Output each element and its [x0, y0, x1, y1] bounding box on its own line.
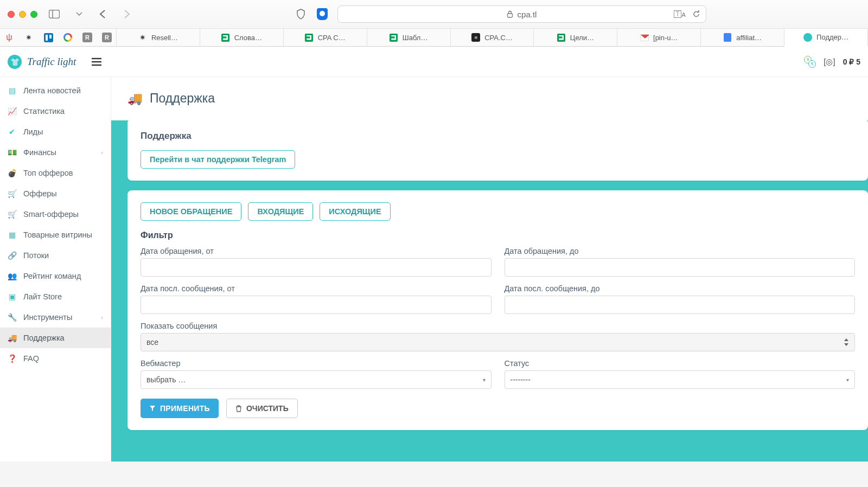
field-date-to: Дата обращения, до: [505, 247, 856, 277]
maximize-window-icon[interactable]: [30, 11, 37, 18]
tab-celi[interactable]: Цели…: [534, 29, 617, 46]
tab-pin-u[interactable]: [pin-u…: [617, 29, 701, 46]
input-date-to[interactable]: [505, 258, 856, 277]
sidebar-item-leads[interactable]: ✔Лиды: [0, 121, 111, 142]
tab-affiliat[interactable]: affiliat…: [701, 29, 784, 46]
trash-icon: [235, 405, 242, 412]
apply-button[interactable]: ПРИМЕНИТЬ: [141, 399, 219, 418]
url-text: cpa.tl: [518, 10, 537, 19]
tab-cpa-c[interactable]: CPA С…: [284, 29, 367, 46]
input-last-msg-to[interactable]: [505, 296, 856, 314]
tab-bar: ψ ✷ R R ✷Resell… Слова… CPA С… Шабл… ≋CP…: [0, 28, 868, 46]
support-telegram-panel: Поддержка Перейти в чат поддержки Telegr…: [127, 119, 868, 181]
new-ticket-button[interactable]: НОВОЕ ОБРАЩЕНИЕ: [141, 202, 241, 221]
pinned-tabs: ψ ✷ R R: [0, 29, 117, 46]
sidebar-item-tools[interactable]: 🔧Инструменты›: [0, 307, 111, 328]
wrench-icon: 🔧: [8, 313, 16, 322]
input-date-from[interactable]: [141, 258, 492, 277]
brand-name: Traffic light: [27, 56, 76, 68]
support-filter-panel: НОВОЕ ОБРАЩЕНИЕ ВХОДЯЩИЕ ИСХОДЯЩИЕ Фильт…: [127, 190, 868, 430]
chevron-right-icon: ›: [101, 149, 103, 156]
minimize-window-icon[interactable]: [19, 11, 26, 18]
grid-icon: ▦: [8, 230, 16, 239]
label-webmaster: Вебмастер: [141, 359, 492, 368]
select-status[interactable]: -------- ▾: [505, 370, 856, 389]
address-bar[interactable]: cpa.tl 🅃ᴀ: [337, 5, 706, 23]
select-webmaster[interactable]: выбрать … ▾: [141, 370, 492, 389]
sidebar-item-offers[interactable]: 🛒Офферы: [0, 183, 111, 204]
bomb-icon: 💣: [8, 169, 16, 177]
sidebar-item-teams[interactable]: 👥Рейтинг команд: [0, 266, 111, 286]
pinned-tab-4-icon[interactable]: [63, 33, 73, 42]
support-card-title: Поддержка: [141, 131, 855, 142]
sidebar-item-news[interactable]: ▤Лента новостей: [0, 80, 111, 101]
truck-icon: 🚚: [127, 92, 142, 106]
sidebar-item-smart-offers[interactable]: 🛒Smart-офферы: [0, 204, 111, 225]
lock-icon: [507, 10, 513, 18]
sidebar-item-stats[interactable]: 📈Статистика: [0, 101, 111, 121]
filter-heading: Фильтр: [141, 230, 855, 240]
sidebar-item-support[interactable]: 🚚Поддержка: [0, 328, 111, 348]
chevron-down-icon[interactable]: [73, 9, 85, 20]
outbox-button[interactable]: ИСХОДЯЩИЕ: [320, 202, 390, 221]
store-icon: ▣: [8, 292, 16, 301]
input-last-msg-from[interactable]: [141, 296, 492, 314]
field-date-from: Дата обращения, от: [141, 247, 492, 277]
sidebar-item-showcases[interactable]: ▦Товарные витрины: [0, 225, 111, 245]
sidebar-toggle-icon[interactable]: [48, 9, 60, 20]
sidebar-item-store[interactable]: ▣Лайт Store: [0, 286, 111, 307]
question-icon: ❓: [8, 354, 16, 363]
field-status: Статус -------- ▾: [505, 359, 856, 389]
check-icon: ✔: [8, 127, 16, 136]
sidebar-item-top-offers[interactable]: 💣Топ офферов: [0, 163, 111, 183]
field-last-msg-from: Дата посл. сообщения, от: [141, 284, 492, 314]
chevron-right-icon: ›: [101, 314, 103, 321]
svg-rect-2: [507, 14, 512, 17]
tab-cpa-dark[interactable]: ≋CPA.С…: [451, 29, 534, 46]
app-header: 👕 Traffic light $€ [◎] 0 ₽ 5: [0, 47, 868, 77]
clear-button[interactable]: ОЧИСТИТЬ: [226, 399, 298, 418]
brand-logo-icon[interactable]: 👕: [8, 55, 22, 69]
menu-toggle-icon[interactable]: [91, 57, 102, 66]
back-icon[interactable]: [96, 9, 108, 20]
label-show-messages: Показать сообщения: [141, 322, 855, 330]
svg-rect-0: [49, 10, 60, 18]
tab-podderzhka[interactable]: Поддер…: [784, 29, 868, 47]
reload-icon[interactable]: [692, 10, 700, 18]
users-icon: 👥: [8, 272, 16, 280]
main-content: 🚚 Поддержка Поддержка Перейти в чат подд…: [111, 77, 868, 462]
pinned-tab-1-icon[interactable]: ψ: [4, 33, 14, 42]
pinned-tab-2-icon[interactable]: ✷: [24, 33, 34, 42]
tab-resell[interactable]: ✷Resell…: [117, 29, 200, 46]
select-show-messages[interactable]: все: [141, 333, 855, 351]
cart-icon: 🛒: [8, 189, 16, 198]
pinned-tab-6-icon[interactable]: R: [102, 33, 112, 42]
wallet-icon: [◎]: [824, 57, 835, 67]
sidebar-item-faq[interactable]: ❓FAQ: [0, 348, 111, 369]
close-window-icon[interactable]: [8, 11, 15, 18]
chevron-down-icon: ▾: [846, 377, 849, 383]
chart-icon: 📈: [8, 107, 16, 116]
sidebar-item-finance[interactable]: 💵Финансы›: [0, 142, 111, 163]
chevron-down-icon: ▾: [483, 377, 486, 383]
pinned-tab-5-icon[interactable]: R: [82, 33, 92, 42]
window-controls: [8, 11, 37, 18]
forward-icon: [121, 9, 133, 20]
label-last-msg-from: Дата посл. сообщения, от: [141, 284, 492, 293]
inbox-button[interactable]: ВХОДЯЩИЕ: [248, 202, 313, 221]
sidebar-item-streams[interactable]: 🔗Потоки: [0, 245, 111, 266]
filter-icon: [149, 405, 156, 412]
link-icon: 🔗: [8, 251, 16, 260]
label-date-to: Дата обращения, до: [505, 247, 856, 255]
currency-switch-icon[interactable]: $€: [804, 56, 816, 68]
pinned-tab-3-icon[interactable]: [43, 33, 53, 42]
tab-shabl[interactable]: Шабл…: [367, 29, 451, 46]
cart-icon: 🛒: [8, 210, 16, 219]
field-last-msg-to: Дата посл. сообщения, до: [505, 284, 856, 314]
tab-slova[interactable]: Слова…: [200, 29, 284, 46]
telegram-chat-button[interactable]: Перейти в чат поддержки Telegram: [141, 150, 295, 169]
translate-icon[interactable]: 🅃ᴀ: [674, 10, 686, 18]
privacy-shield-icon[interactable]: [295, 9, 307, 20]
adblock-icon[interactable]: [317, 8, 328, 20]
label-date-from: Дата обращения, от: [141, 247, 492, 255]
